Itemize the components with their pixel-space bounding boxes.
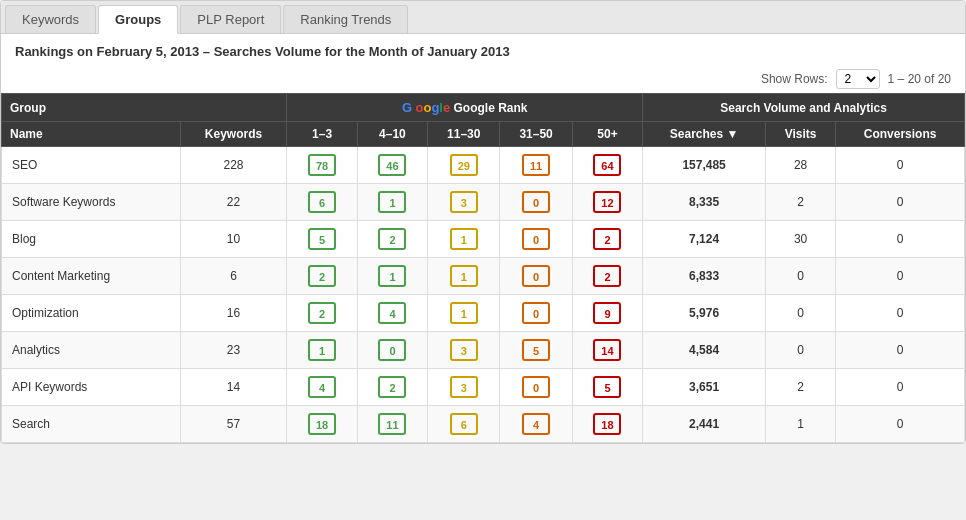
cell-conversions: 0 [836, 406, 965, 443]
rank-badge-11-30: 1 [450, 302, 478, 324]
col-31-50: 31–50 [500, 122, 572, 147]
cell-name: Software Keywords [2, 184, 181, 221]
rank-badge-31-50: 0 [522, 191, 550, 213]
cell-r50plus: 12 [572, 184, 642, 221]
rank-badge-50plus: 12 [593, 191, 621, 213]
col-searches[interactable]: Searches ▼ [643, 122, 766, 147]
cell-r4-10: 0 [357, 332, 427, 369]
table-row: Blog 10 5 2 1 0 2 7,124 30 0 [2, 221, 965, 258]
cell-conversions: 0 [836, 221, 965, 258]
show-rows-select[interactable]: 2 5 10 20 [836, 69, 880, 89]
table-group-header-row: Group G oogle Google Rank Search Volume … [2, 94, 965, 122]
rank-badge-31-50: 0 [522, 228, 550, 250]
cell-r11-30: 1 [428, 295, 500, 332]
col-visits: Visits [766, 122, 836, 147]
cell-visits: 28 [766, 147, 836, 184]
rank-badge-31-50: 5 [522, 339, 550, 361]
table-row: API Keywords 14 4 2 3 0 5 3,651 2 0 [2, 369, 965, 406]
rank-badge-50plus: 64 [593, 154, 621, 176]
cell-keywords: 22 [180, 184, 287, 221]
col-50plus: 50+ [572, 122, 642, 147]
cell-searches: 7,124 [643, 221, 766, 258]
table-row: Content Marketing 6 2 1 1 0 2 6,833 0 0 [2, 258, 965, 295]
tab-groups[interactable]: Groups [98, 5, 178, 34]
cell-r4-10: 2 [357, 369, 427, 406]
cell-conversions: 0 [836, 369, 965, 406]
col-name: Name [2, 122, 181, 147]
rank-badge-1-3: 78 [308, 154, 336, 176]
rank-badge-11-30: 6 [450, 413, 478, 435]
show-rows-bar: Show Rows: 2 5 10 20 1 – 20 of 20 [1, 65, 965, 93]
rank-badge-4-10: 4 [378, 302, 406, 324]
cell-r11-30: 3 [428, 369, 500, 406]
table-row: Software Keywords 22 6 1 3 0 12 8,335 2 … [2, 184, 965, 221]
cell-visits: 30 [766, 221, 836, 258]
table-col-header-row: Name Keywords 1–3 4–10 11–30 31–50 50+ S… [2, 122, 965, 147]
tab-keywords[interactable]: Keywords [5, 5, 96, 33]
cell-keywords: 10 [180, 221, 287, 258]
cell-r50plus: 9 [572, 295, 642, 332]
cell-r4-10: 11 [357, 406, 427, 443]
cell-searches: 2,441 [643, 406, 766, 443]
cell-keywords: 6 [180, 258, 287, 295]
cell-r31-50: 11 [500, 147, 572, 184]
group-header-analytics: Search Volume and Analytics [643, 94, 965, 122]
cell-r11-30: 6 [428, 406, 500, 443]
tab-bar: Keywords Groups PLP Report Ranking Trend… [1, 1, 965, 34]
cell-r4-10: 2 [357, 221, 427, 258]
cell-conversions: 0 [836, 332, 965, 369]
cell-r1-3: 5 [287, 221, 357, 258]
cell-r11-30: 3 [428, 332, 500, 369]
cell-name: Content Marketing [2, 258, 181, 295]
page-title: Rankings on February 5, 2013 – Searches … [15, 44, 951, 59]
cell-r4-10: 1 [357, 184, 427, 221]
cell-searches: 3,651 [643, 369, 766, 406]
table-row: Analytics 23 1 0 3 5 14 4,584 0 0 [2, 332, 965, 369]
cell-r31-50: 0 [500, 221, 572, 258]
cell-r1-3: 6 [287, 184, 357, 221]
cell-visits: 0 [766, 258, 836, 295]
cell-searches: 5,976 [643, 295, 766, 332]
rank-badge-11-30: 3 [450, 191, 478, 213]
tab-ranking-trends[interactable]: Ranking Trends [283, 5, 408, 33]
cell-r50plus: 14 [572, 332, 642, 369]
cell-r1-3: 4 [287, 369, 357, 406]
cell-name: Analytics [2, 332, 181, 369]
cell-visits: 0 [766, 332, 836, 369]
rank-badge-1-3: 1 [308, 339, 336, 361]
rank-badge-11-30: 1 [450, 228, 478, 250]
rank-badge-4-10: 2 [378, 228, 406, 250]
cell-r31-50: 4 [500, 406, 572, 443]
cell-name: Optimization [2, 295, 181, 332]
cell-conversions: 0 [836, 147, 965, 184]
cell-searches: 8,335 [643, 184, 766, 221]
rank-badge-31-50: 0 [522, 302, 550, 324]
cell-r50plus: 64 [572, 147, 642, 184]
pagination-info: 1 – 20 of 20 [888, 72, 951, 86]
cell-r31-50: 0 [500, 369, 572, 406]
cell-name: API Keywords [2, 369, 181, 406]
cell-visits: 2 [766, 369, 836, 406]
cell-keywords: 14 [180, 369, 287, 406]
cell-name: Blog [2, 221, 181, 258]
google-icon: G [402, 100, 412, 115]
cell-searches: 157,485 [643, 147, 766, 184]
cell-r4-10: 1 [357, 258, 427, 295]
rankings-table: Group G oogle Google Rank Search Volume … [1, 93, 965, 443]
cell-r1-3: 1 [287, 332, 357, 369]
cell-r1-3: 78 [287, 147, 357, 184]
rank-badge-4-10: 1 [378, 265, 406, 287]
col-11-30: 11–30 [428, 122, 500, 147]
rank-badge-4-10: 11 [378, 413, 406, 435]
tab-plp-report[interactable]: PLP Report [180, 5, 281, 33]
rank-badge-1-3: 2 [308, 302, 336, 324]
group-header-group: Group [2, 94, 287, 122]
rank-badge-31-50: 0 [522, 376, 550, 398]
rank-badge-1-3: 18 [308, 413, 336, 435]
cell-searches: 6,833 [643, 258, 766, 295]
cell-r50plus: 5 [572, 369, 642, 406]
rank-badge-1-3: 6 [308, 191, 336, 213]
cell-r31-50: 0 [500, 295, 572, 332]
rank-badge-1-3: 5 [308, 228, 336, 250]
rank-badge-31-50: 11 [522, 154, 550, 176]
